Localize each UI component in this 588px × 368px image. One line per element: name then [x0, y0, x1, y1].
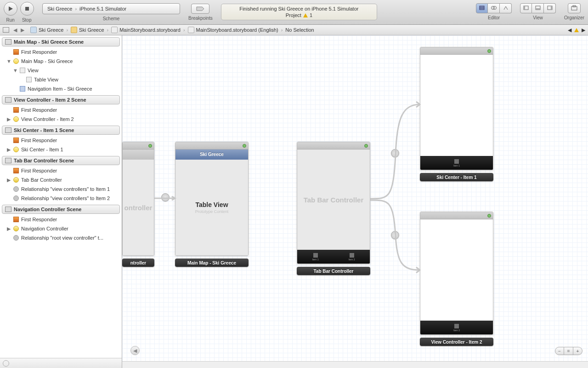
segue-node[interactable] — [391, 149, 399, 157]
outline-item[interactable]: First Responder — [0, 105, 122, 115]
jump-back-icon[interactable]: ◀ — [568, 27, 571, 33]
crumb-file-loc-label: MainStoryboard.storyboard (English) — [196, 27, 278, 33]
outline-item[interactable]: ▼Main Map - Ski Greece — [0, 57, 122, 66]
zoom-out-button[interactable]: − — [555, 347, 564, 355]
version-editor-button[interactable] — [500, 3, 512, 13]
breakpoints-button[interactable] — [191, 4, 209, 14]
crumb-project-label: Ski Greece — [39, 27, 63, 33]
view-controller-icon — [13, 147, 19, 152]
nav-bar-title: Ski Greece — [175, 150, 248, 160]
outline-item[interactable]: ▶View Controller - Item 2 — [0, 115, 122, 124]
back-button[interactable]: ◀ — [12, 27, 18, 33]
nav-controller-icon — [13, 226, 19, 231]
crumb-folder[interactable]: Ski Greece — [69, 27, 106, 33]
segue-node[interactable] — [161, 193, 170, 201]
stop-label: Stop — [22, 17, 32, 23]
storyboard-icon — [188, 27, 194, 33]
scene-ski-center[interactable]: Item 1 Ski Center - Item 1 — [420, 47, 493, 181]
toggle-utilities-button[interactable] — [544, 3, 556, 13]
segue-node[interactable] — [391, 231, 399, 239]
scene-header[interactable]: Ski Center - Item 1 Scene — [2, 126, 120, 135]
outline-item[interactable]: Relationship "view controllers" to Item … — [0, 184, 122, 194]
outline-tree[interactable]: Main Map - Ski Greece Scene First Respon… — [0, 35, 122, 358]
forward-button[interactable]: ▶ — [19, 27, 26, 33]
storyboard-icon — [111, 27, 118, 33]
scene-main-map[interactable]: Ski Greece Table ViewPrototype Content M… — [175, 142, 249, 267]
scene-icon — [5, 207, 11, 212]
outline-item[interactable]: First Responder — [0, 47, 122, 57]
standard-editor-button[interactable] — [476, 3, 488, 13]
organizer-button[interactable] — [568, 3, 581, 13]
outline-item[interactable]: ▶Tab Bar Controller — [0, 175, 122, 184]
breakpoints-label: Breakpoints — [188, 16, 213, 21]
scene-view-controller-item2[interactable]: Item 2 View Controller - Item 2 — [420, 212, 493, 346]
disclosure-icon[interactable]: ▼ — [13, 67, 17, 74]
outline-item[interactable]: ▶Navigation Controller — [0, 224, 122, 233]
outline-toggle-button[interactable]: ◀ — [130, 346, 140, 355]
first-responder-icon — [13, 138, 19, 143]
toggle-debug-button[interactable] — [532, 3, 544, 13]
scene-tab-bar-controller[interactable]: Tab Bar Controller Item 1 Item 2 Tab Bar… — [297, 142, 370, 275]
nav-item-icon — [20, 86, 25, 92]
scheme-target: Ski Greece — [47, 6, 72, 12]
tab-label: Item 1 — [312, 258, 319, 261]
outline-label: First Responder — [21, 137, 57, 144]
crumb-file-loc[interactable]: MainStoryboard.storyboard (English) — [186, 27, 280, 33]
outline-item[interactable]: Relationship "view controllers" to Item … — [0, 194, 122, 203]
outline-item[interactable]: Relationship "root view controller" t... — [0, 233, 122, 242]
crumb-file[interactable]: MainStoryboard.storyboard — [109, 27, 182, 33]
outline-label: Relationship "view controllers" to Item … — [21, 195, 110, 202]
outline-item[interactable]: First Responder — [0, 136, 122, 145]
stop-button[interactable] — [20, 2, 34, 16]
scene-title: Tab Bar Controller Scene — [14, 158, 74, 163]
scheme-selector[interactable]: Ski Greece › iPhone 5.1 Simulator — [42, 3, 180, 14]
storyboard-canvas[interactable]: ontroller ntroller Ski Greece Table View… — [122, 35, 588, 368]
outline-label: First Responder — [21, 216, 57, 223]
svg-rect-10 — [536, 8, 540, 10]
disclosure-icon[interactable]: ▶ — [6, 176, 11, 184]
scene-title: Ski Center - Item 1 Scene — [14, 127, 74, 133]
disclosure-icon[interactable]: ▼ — [6, 58, 11, 65]
jump-forward-icon[interactable]: ▶ — [582, 27, 585, 33]
outline-item[interactable]: Table View — [0, 75, 122, 84]
watermark-text: ontroller — [124, 204, 153, 212]
scene-nav-controller[interactable]: ontroller ntroller — [122, 142, 154, 267]
scene-label: Ski Center - Item 1 — [420, 173, 493, 181]
disclosure-icon[interactable]: ▶ — [6, 225, 11, 232]
warning-icon — [303, 13, 308, 17]
outline-label: View Controller - Item 2 — [21, 115, 74, 123]
svg-rect-12 — [551, 6, 552, 10]
related-items-icon[interactable] — [3, 27, 9, 33]
crumb-selection[interactable]: No Selection — [283, 27, 316, 33]
outline-label: Relationship "root view controller" t... — [21, 234, 103, 242]
run-button[interactable] — [4, 2, 17, 16]
warning-icon[interactable] — [574, 28, 579, 32]
outline-item[interactable]: Navigation Item - Ski Greece — [0, 84, 122, 93]
crumb-project[interactable]: Ski Greece — [28, 27, 65, 33]
zoom-in-button[interactable]: + — [573, 347, 582, 355]
watermark-text: Tab Bar Controller — [304, 196, 364, 204]
disclosure-icon[interactable]: ▶ — [6, 115, 11, 123]
disclosure-icon[interactable]: ▶ — [6, 146, 11, 153]
outline-label: Navigation Controller — [21, 225, 68, 232]
scene-label: View Controller - Item 2 — [420, 338, 493, 346]
outline-item[interactable]: First Responder — [0, 215, 122, 224]
scene-header[interactable]: Navigation Controller Scene — [2, 205, 120, 214]
status-main: Finished running Ski Greece on iPhone 5.… — [239, 6, 358, 12]
horizontal-scrollbar[interactable] — [122, 361, 588, 368]
scene-header[interactable]: Main Map - Ski Greece Scene — [2, 37, 120, 46]
assistant-editor-button[interactable] — [488, 3, 500, 13]
scene-header[interactable]: Tab Bar Controller Scene — [2, 156, 120, 165]
view-segmented — [520, 3, 556, 13]
outline-item[interactable]: First Responder — [0, 166, 122, 175]
outline-item[interactable]: ▼View — [0, 66, 122, 75]
svg-rect-0 — [25, 7, 29, 11]
outline-label: First Responder — [21, 167, 57, 174]
outline-item[interactable]: ▶Ski Center - Item 1 — [0, 145, 122, 154]
scene-header[interactable]: View Controller - Item 2 Scene — [2, 95, 120, 104]
toggle-navigator-button[interactable] — [520, 3, 532, 13]
view-group: View — [520, 2, 556, 20]
outline-filter-bar[interactable] — [0, 358, 122, 368]
first-responder-icon — [13, 107, 19, 113]
zoom-fit-button[interactable]: = — [564, 347, 573, 355]
